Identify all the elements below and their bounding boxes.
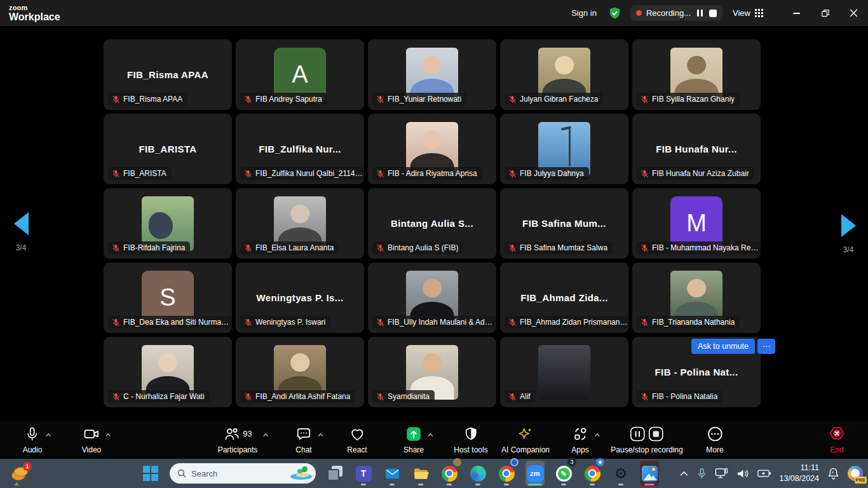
react-icon: [349, 426, 365, 442]
pause-recording-icon[interactable]: [630, 426, 646, 442]
toolbar-video-button[interactable]: Video: [82, 425, 101, 454]
chevron-up-icon[interactable]: [105, 428, 112, 440]
toolbar-host-button[interactable]: Host tools: [454, 425, 487, 454]
photos-icon: [642, 466, 658, 482]
sign-in-button[interactable]: Sign in: [560, 8, 608, 18]
toolbar-audio-button[interactable]: Audio: [23, 425, 43, 454]
taskbar-teams[interactable]: T: [354, 461, 373, 486]
ask-to-unmute-button[interactable]: Ask to unmute: [691, 339, 755, 354]
tray-display-icon[interactable]: [715, 468, 728, 479]
next-page-arrow-icon[interactable]: [841, 214, 856, 237]
page-indicator-left: 3/4: [6, 243, 36, 252]
taskbar-chrome-profile3[interactable]: [583, 461, 602, 486]
participant-tile[interactable]: AFIB Andrey Saputra: [236, 39, 364, 110]
participant-tile[interactable]: FIB Safina Mum...FIB Safina Mumtaz Salwa: [500, 188, 628, 259]
participant-tile[interactable]: Alif: [500, 337, 628, 407]
participants-count: 93: [243, 429, 252, 438]
mail-icon: [384, 466, 400, 482]
toolbar-react-button[interactable]: React: [347, 425, 367, 454]
participant-tile[interactable]: FIB Julyya Dahnya: [500, 114, 628, 184]
participant-name: FIB_Yuniar Retnowati: [388, 95, 461, 104]
participant-tile[interactable]: FIB_Triananda Nathania: [632, 262, 761, 333]
participant-name: C - Nurhaliza Fajar Wati: [123, 392, 205, 401]
search-highlight-icon[interactable]: [290, 466, 312, 481]
title-bar: zoom Workplace Sign in Recording... View: [0, 0, 868, 26]
tray-chevron-up-icon[interactable]: [679, 471, 689, 477]
toolbar-more-button[interactable]: More: [706, 425, 723, 454]
taskbar-whatsapp[interactable]: 3: [554, 461, 573, 486]
chevron-up-icon[interactable]: [262, 428, 269, 440]
participant-tile[interactable]: FIB Syilla Razan Ghaniy: [632, 39, 761, 110]
participant-tile[interactable]: Bintang Aulia S...Bintang Aulia S (FIB): [368, 188, 496, 259]
mic-muted-icon: [376, 393, 384, 401]
chevron-up-icon[interactable]: [317, 428, 324, 440]
participant-tile[interactable]: Syamdianita: [368, 337, 496, 407]
participant-tile[interactable]: C - Nurhaliza Fajar Wati: [104, 337, 232, 407]
start-button[interactable]: [141, 461, 160, 486]
taskbar-zoom-active[interactable]: zm: [526, 461, 545, 486]
taskbar-chrome-profile2[interactable]: [497, 461, 516, 486]
security-shield-icon[interactable]: [608, 6, 621, 20]
participant-tile[interactable]: FIB-Rifdah Fajrina: [104, 188, 232, 259]
tray-speaker-icon[interactable]: [736, 468, 749, 479]
chevron-up-icon[interactable]: [593, 428, 600, 440]
participant-name-badge: FIB Andrey Saputra: [240, 93, 327, 105]
close-icon: [850, 9, 858, 17]
participant-name-badge: FIB_Risma APAA: [108, 93, 187, 105]
toolbar-share-button[interactable]: Share: [403, 425, 424, 454]
task-view-button[interactable]: [325, 461, 344, 486]
toolbar-ai-button[interactable]: AI Companion: [501, 425, 550, 454]
tray-notification-icon[interactable]: 1: [10, 463, 32, 484]
toolbar-record-button[interactable]: Pause/stop recording: [611, 425, 682, 454]
participant-name-badge: FIB_Zulfika Nurul Qalbi_21140...: [240, 167, 364, 180]
mic-muted-icon: [508, 95, 517, 104]
previous-page-control[interactable]: 3/4: [6, 212, 36, 252]
view-button[interactable]: View: [733, 8, 763, 18]
brand-workplace: Workplace: [9, 12, 60, 22]
taskbar-chrome-profile1[interactable]: [440, 461, 459, 486]
notification-bell-icon[interactable]: z: [827, 467, 839, 480]
taskbar-mail[interactable]: [383, 461, 402, 486]
chevron-up-icon[interactable]: [427, 428, 434, 440]
more-icon: [707, 426, 723, 442]
participant-tile[interactable]: FIB_Risma APAAFIB_Risma APAA: [104, 39, 232, 110]
toolbar-end-button[interactable]: End: [829, 425, 845, 454]
participant-tile[interactable]: MFIB - Muhammad Nayaka Rey...: [632, 188, 761, 259]
participant-tile[interactable]: FIB_Zulfika Nur...FIB_Zulfika Nurul Qalb…: [236, 114, 364, 184]
taskbar-clock[interactable]: 11:11 13/08/2024: [779, 463, 819, 484]
tray-battery-icon[interactable]: [757, 470, 771, 477]
previous-page-arrow-icon[interactable]: [14, 212, 29, 235]
participant-tile[interactable]: FIB_Ahmad Zida...FIB_Ahmad Zidan Prisman…: [500, 262, 628, 333]
participant-name-badge: FIB - Muhammad Nayaka Rey...: [637, 241, 761, 254]
unmute-more-options-button[interactable]: ⋯: [757, 339, 775, 354]
toolbar-apps-button[interactable]: Apps: [571, 425, 588, 454]
participant-tile[interactable]: Julyan Gibran Facheza: [500, 39, 628, 110]
taskbar-settings[interactable]: ⚙: [611, 461, 630, 486]
participant-tile[interactable]: FIB_ARISTAFIB_ARISTA: [104, 114, 232, 184]
pause-recording-icon[interactable]: [695, 8, 705, 18]
participant-tile[interactable]: FIB_Andi Arlita Ashif Fatana: [236, 337, 364, 407]
participant-tile[interactable]: Weningtyas P. Is...Weningtyas P. Iswari: [236, 262, 364, 333]
restore-button[interactable]: [811, 0, 839, 26]
copilot-icon[interactable]: PRE: [848, 466, 863, 481]
participant-tile[interactable]: FIB_Yuniar Retnowati: [368, 39, 496, 110]
participant-tile[interactable]: FIB_Elsa Laura Ananta: [236, 188, 364, 259]
stop-recording-icon[interactable]: [709, 10, 717, 17]
taskbar-photos-active[interactable]: [640, 461, 659, 486]
toolbar-chat-button[interactable]: Chat: [295, 425, 312, 454]
stop-recording-icon[interactable]: [649, 426, 664, 442]
participant-tile[interactable]: FIB Hunafa Nur...FIB Hunafa Nur Aziza Zu…: [632, 114, 761, 184]
close-button[interactable]: [839, 0, 868, 26]
taskbar-file-explorer[interactable]: [411, 461, 430, 486]
participant-tile[interactable]: FIB_Ully Indah Maulani & Adel...: [368, 262, 496, 333]
participant-tile[interactable]: SFIB_Dea Eka and Siti Nurmasyi...: [104, 262, 232, 333]
taskbar-edge[interactable]: [468, 461, 487, 486]
toolbar-participants-button[interactable]: 93Participants: [218, 425, 258, 454]
chevron-up-icon[interactable]: [45, 428, 52, 440]
participant-tile[interactable]: FIB - Adira Riyatma Aprisa: [368, 114, 496, 184]
host-icon: [463, 426, 478, 442]
tray-microphone-icon[interactable]: [697, 468, 707, 480]
taskbar-search[interactable]: Search: [170, 463, 316, 484]
next-page-control[interactable]: 3/4: [834, 214, 863, 254]
minimize-button[interactable]: [782, 0, 811, 26]
